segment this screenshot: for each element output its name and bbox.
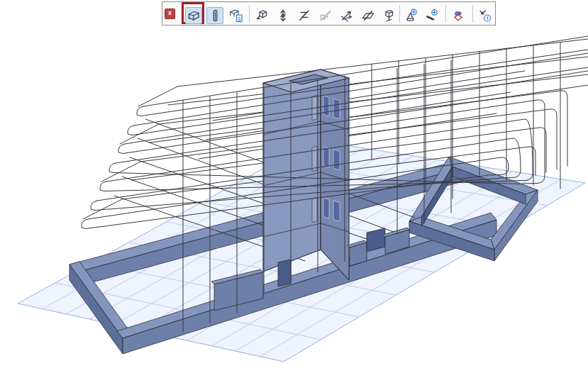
toolbar-separator [249, 6, 250, 23]
tilt-parallelogram-icon [361, 9, 375, 23]
zoom-cone-icon [404, 9, 418, 23]
zoom-to-model-button[interactable] [402, 7, 419, 24]
element-info-icon: i [478, 9, 492, 23]
column-icon [208, 9, 222, 23]
toolbar-separator [445, 6, 446, 23]
application-window: x § [0, 0, 588, 368]
zoom-line-icon [425, 9, 439, 23]
render-settings-button[interactable] [450, 7, 467, 24]
wall-gap [367, 228, 385, 251]
render-icon [451, 9, 465, 23]
close-toolbar-button[interactable]: x [165, 9, 175, 19]
info-glyph: i [487, 15, 488, 21]
tilt-element-button[interactable] [360, 7, 377, 24]
base-door-opening [278, 260, 291, 286]
elevate-arrows-icon [276, 9, 290, 23]
table-settings-icon: § [229, 9, 243, 23]
column-display-button[interactable] [206, 7, 223, 24]
drag-element-button[interactable] [253, 7, 270, 24]
filter-elements-3d-button[interactable]: § [228, 7, 245, 24]
elevate-element-button[interactable] [274, 7, 292, 24]
3d-visualization-toolbar: x § [162, 1, 496, 26]
3d-viewport[interactable] [0, 0, 588, 368]
table-3d-icon [187, 9, 201, 23]
core-tower[interactable] [263, 69, 349, 280]
section-glyph: § [238, 16, 240, 22]
rotate-element-button[interactable] [296, 7, 313, 24]
element-info-button[interactable]: i [477, 7, 494, 24]
multiply-element-button[interactable] [338, 7, 355, 24]
drag-cube-icon [255, 9, 269, 23]
stretch-element-button[interactable] [317, 7, 334, 24]
toolbar-separator [472, 6, 473, 23]
rotate-z-icon [297, 9, 311, 23]
show-selection-3d-button[interactable] [185, 7, 202, 24]
zoom-to-edge-button[interactable] [423, 7, 440, 24]
drag-copy-button[interactable] [379, 7, 396, 24]
toolbar-separator [399, 6, 400, 23]
drag-copy-cube-icon [381, 9, 395, 23]
stretch-icon [318, 9, 333, 23]
multiply-arrows-icon [340, 9, 354, 23]
